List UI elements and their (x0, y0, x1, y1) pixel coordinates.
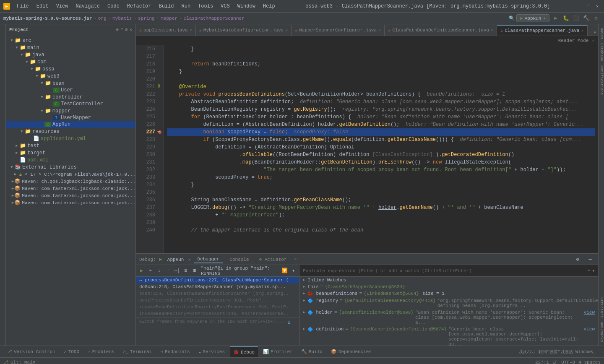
tree-item-mapper[interactable]: ▼ 📁 mapper (6, 107, 135, 114)
step-out-btn[interactable]: ↑ (164, 266, 172, 276)
tree-item-resources[interactable]: ▼ 📁 resources (6, 128, 135, 135)
menu-navigate[interactable]: Navigate (72, 3, 103, 10)
debug-button[interactable]: 🐛 (561, 14, 570, 23)
tree-item-jackson1[interactable]: ▶ 📦 Maven: com.fasterxml.jackson.core:ja… (6, 185, 135, 192)
bottom-tab-debug[interactable]: 🐞 Debug (230, 346, 258, 357)
right-tab-bookmarks[interactable]: Bookmarks (599, 320, 604, 344)
bottom-tab-services[interactable]: ☁ Services (195, 346, 228, 357)
menu-view[interactable]: View (53, 3, 72, 10)
bottom-tab-todo[interactable]: ✓ TODO (60, 346, 83, 357)
menu-vcs[interactable]: VCS (217, 3, 233, 10)
right-tab-database[interactable]: Database (599, 42, 604, 63)
debug-tab-debugger[interactable]: Debugger (194, 256, 223, 263)
debug-tabs-expand[interactable]: ≡ (294, 257, 297, 262)
right-tab-notifications[interactable]: Notifications (599, 64, 604, 96)
frame-invokeBeanDef[interactable]: invokeBeanDefinitionRegistryPostProcesso… (136, 304, 299, 310)
tree-item-ossa[interactable]: ▼ 📁 ossa (6, 65, 135, 73)
tree-item-pom[interactable]: 📄 pom.xml (6, 156, 135, 164)
bottom-tab-endpoints[interactable]: ⇒ Endpoints (157, 346, 193, 357)
tree-item-User[interactable]: C User (6, 87, 135, 94)
settings-icon[interactable]: ⚙ (125, 27, 128, 32)
eval-more-btn[interactable]: ▾ (592, 268, 595, 273)
tree-item-external-libs[interactable]: ▼ 📚 External Libraries (6, 164, 135, 171)
menu-help[interactable]: Help (260, 3, 279, 10)
menu-edit[interactable]: Edit (33, 3, 52, 10)
tree-item-bean[interactable]: ▼ 📁 bean (6, 80, 135, 87)
settings-button[interactable]: ⚙ (591, 14, 601, 23)
frame-processBeanDefs[interactable]: → processBeanDefinitions:227, ClassPathM… (136, 277, 299, 283)
menu-refactor[interactable]: Refactor (124, 3, 155, 10)
close-hint-btn[interactable]: ✕ (288, 320, 290, 324)
stop-button[interactable]: ⬛ (571, 14, 581, 23)
eval-add-btn[interactable]: + (588, 268, 591, 273)
bottom-tab-version-control[interactable]: ⎇ Version Control (3, 346, 59, 357)
tab-application[interactable]: ☕ application.java ✕ (136, 25, 196, 36)
breadcrumb-mybatis[interactable]: mybatis (112, 16, 132, 21)
tab-close-mybatis[interactable]: ✕ (285, 28, 288, 33)
tree-item-main[interactable]: ▼ 📁 main (6, 44, 135, 51)
tree-item-logback[interactable]: ▶ 📦 Maven: ch.qos.logback:logback-classi… (6, 178, 135, 185)
menu-tools[interactable]: Tools (195, 3, 216, 10)
tree-item-java[interactable]: ▼ 📁 java (6, 51, 135, 58)
menu-window[interactable]: Window (234, 3, 259, 10)
tree-item-jackson3[interactable]: ▶ 📦 Maven: com.fasterxml.jackson.core:ja… (6, 199, 135, 206)
right-tab-maven[interactable]: Maven (599, 26, 604, 41)
run-to-cursor-btn[interactable]: →| (173, 266, 181, 276)
tab-mybatis[interactable]: ☕ MybatisAutoConfiguration.java ✕ (196, 25, 292, 36)
search-everywhere-icon[interactable]: 🔍 (509, 16, 515, 21)
debug-settings-icon[interactable]: ⚙ (573, 255, 582, 264)
right-tab-structure[interactable]: Structure (599, 296, 604, 320)
frame-postProcess[interactable]: postProcessBeanDefinitionRegistry:381, P… (136, 297, 299, 304)
tab-overflow[interactable]: ▾ (592, 29, 598, 36)
debug-session-label[interactable]: AppRun (167, 257, 184, 262)
watch-beanDefs[interactable]: ▶ 🫘 beanDefinitions = {LinkedHashSet@566… (299, 290, 598, 297)
menu-run[interactable]: Run (178, 3, 194, 10)
debug-session-close[interactable]: ✕ (188, 257, 190, 262)
bottom-tab-dependencies[interactable]: 📦 Dependencies (328, 346, 375, 357)
debug-eval-bar[interactable]: Evaluate expression (Enter) or add a wat… (299, 265, 598, 277)
tab-bean-def[interactable]: ☕ ClassPathBeanDefinitionScanner.java ✕ (385, 25, 497, 36)
line-ending-status[interactable]: LF (552, 360, 558, 364)
collapse-icon[interactable]: ≡ (120, 27, 123, 32)
debug-tab-actuator[interactable]: ⚙ Actuator (256, 256, 290, 263)
step-into-btn[interactable]: ↓ (155, 266, 163, 276)
menu-build[interactable]: Build (155, 3, 177, 10)
menu-file[interactable]: File (13, 3, 32, 10)
tab-close-application[interactable]: ✕ (190, 28, 192, 33)
tree-item-test[interactable]: ▶ 📁 test (6, 142, 135, 149)
resume-btn[interactable]: ▶ (138, 266, 146, 276)
frame-invokeBeanFactory[interactable]: invokeBeanFactoryPostProcessors:145, Pos… (136, 310, 299, 317)
close-panel-icon[interactable]: ✕ (129, 27, 132, 32)
bottom-tab-profiler[interactable]: 📊 Profiler (260, 346, 296, 357)
vcs-status[interactable]: ⎇ Git: main (3, 359, 35, 364)
tree-item-src[interactable]: ▼ 📁 src (6, 37, 135, 44)
breadcrumb-class[interactable]: ClassPathMapperScanner (184, 16, 245, 21)
watch-definition[interactable]: ▶ 🔷 definition = {ScannedGenericBeanDefi… (299, 326, 598, 346)
tab-mapper-configurer[interactable]: ☕ MapperScannerConfigurer.java ✕ (292, 25, 385, 36)
frames-btn[interactable]: ≡ (182, 266, 190, 276)
more-btn[interactable]: ▾ (289, 266, 297, 276)
tab-close-mapper-configurer[interactable]: ✕ (378, 28, 381, 33)
frame-scan[interactable]: scan:254, ClassPathBeanDefinitionScanner… (136, 290, 299, 297)
view-definition[interactable]: View (584, 327, 595, 332)
step-over-btn[interactable]: ↷ (146, 266, 154, 276)
minimize-button[interactable]: — (577, 3, 584, 10)
debug-tab-console[interactable]: Console (226, 256, 252, 263)
reader-mode-check[interactable]: ✓ (592, 38, 595, 43)
menu-code[interactable]: Code (104, 3, 123, 10)
tab-classpath-mapper[interactable]: ☕ ClassPathMapperScanner.java ✕ (497, 25, 587, 36)
breadcrumb-org[interactable]: org (98, 16, 107, 21)
code-content[interactable]: } return beanDefinitions; } @Overri (164, 45, 598, 253)
position-status[interactable]: 227:1 (535, 360, 549, 364)
run-button[interactable]: ▶ (551, 14, 560, 23)
bottom-tab-terminal[interactable]: >_ Terminal (120, 346, 156, 357)
threads-btn[interactable]: ⊞ (190, 266, 198, 276)
run-config-button[interactable]: ▶ AppRun ▾ (516, 14, 549, 22)
bottom-tab-build[interactable]: 🔨 Build (298, 346, 326, 357)
maximize-button[interactable]: □ (586, 3, 592, 10)
tree-item-com[interactable]: ▼ 📁 com (6, 58, 135, 65)
tree-item-jackson2[interactable]: ▶ 📦 Maven: com.fasterxml.jackson.core:ja… (6, 192, 135, 199)
tree-item-TestController[interactable]: C TestController (6, 101, 135, 107)
encoding-status[interactable]: UTF-8 (561, 360, 575, 364)
watch-holder[interactable]: ▶ 🔷 holder = {BeanDefinitionHolder@5698}… (299, 309, 598, 326)
